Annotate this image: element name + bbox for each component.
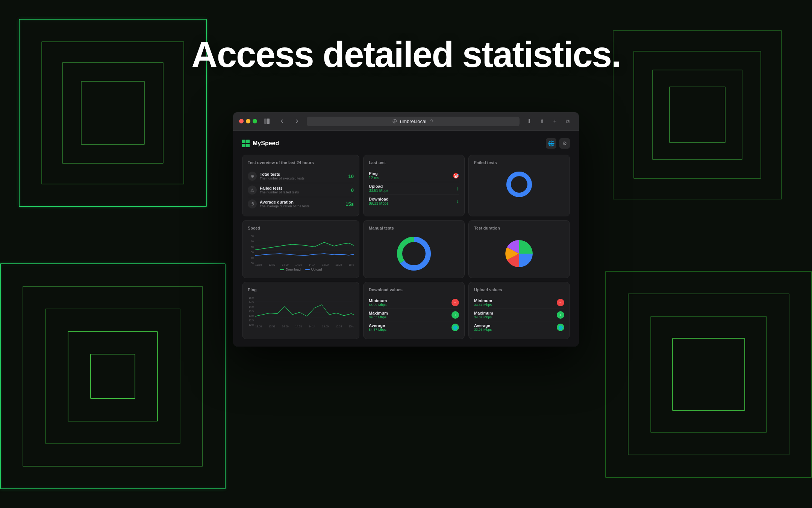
x-label: 15:c	[349, 263, 354, 266]
x-label: 14:00	[282, 325, 289, 328]
x-label: 15:00	[322, 263, 329, 266]
x-label: 15:00	[322, 325, 329, 328]
y-label: 70	[248, 240, 254, 243]
download-legend-dot	[280, 269, 284, 270]
x-label: 13:58	[255, 325, 262, 328]
globe-icon-button[interactable]: 🌐	[546, 138, 556, 149]
stat-desc: The number of failed tests	[260, 190, 299, 194]
upload-max-speed: 34.07 Mbps	[474, 315, 493, 319]
browser-chrome: umbrel.local ⬇ ⬆ ＋ ⧉	[233, 112, 579, 131]
new-tab-button[interactable]: ＋	[550, 116, 560, 126]
duration-pie-chart	[502, 237, 536, 271]
download-min-row: Minimum 65.09 Mbps −	[369, 297, 459, 309]
manual-tests-card: Manual tests	[363, 220, 465, 278]
overview-card-title: Test overview of the last 24 hours	[248, 160, 354, 165]
globe-icon: 🌐	[451, 324, 459, 331]
minus-icon: −	[451, 299, 459, 306]
download-avg-speed: 84.87 Mbps	[369, 328, 386, 332]
logo-dot	[246, 140, 250, 143]
download-button[interactable]: ⬇	[524, 116, 535, 126]
download-min-label: Minimum	[369, 298, 387, 303]
maze-square	[672, 338, 745, 411]
share-button[interactable]: ⬆	[537, 116, 547, 126]
y-label: 14.0	[248, 306, 254, 308]
ping-metric: Ping 12 ms 🎯	[369, 169, 459, 182]
speed-title: Speed	[248, 226, 354, 230]
stat-text: Total tests The number of executed tests	[260, 172, 304, 180]
logo-dot	[242, 144, 245, 147]
upload-values-card: Upload values Minimum 33.61 Mbps − Maxim…	[468, 282, 570, 339]
minimize-button[interactable]	[246, 119, 250, 123]
ping-label: Ping	[369, 171, 379, 176]
y-axis: 80 70 60 50 40 30	[248, 235, 254, 266]
manual-tests-donut	[369, 235, 459, 272]
upload-min-label: Minimum	[474, 298, 492, 303]
ping-chart-area: 13:58 13:59 14:00 14:05 14:14 15:00 15:2…	[255, 297, 354, 328]
y-label: 13.5	[248, 310, 254, 313]
url-display: umbrel.local	[400, 119, 426, 124]
maze-square	[90, 354, 135, 399]
x-axis-labels: 13:58 13:59 14:00 14:05 14:14 15:00 15:2…	[255, 263, 354, 266]
download-max-label: Maximum	[369, 311, 388, 315]
ping-y-axis: 15.0 14.5 14.0 13.5 13.0 12.5 12.0	[248, 297, 254, 328]
app-header: MySpeed 🌐 ⚙	[242, 138, 570, 149]
upload-max-row: Maximum 34.07 Mbps +	[474, 309, 564, 321]
dashboard-row-3: Ping 15.0 14.5 14.0 13.5 13.0 12.5 12.0	[242, 282, 570, 339]
stat-row-total: ⊕ Total tests The number of executed tes…	[248, 169, 354, 183]
ping-x-axis: 13:58 13:59 14:00 14:05 14:14 15:00 15:2…	[255, 325, 354, 328]
stat-row-failed: ⚠ Failed tests The number of failed test…	[248, 183, 354, 197]
x-label: 14:05	[295, 325, 302, 328]
download-values-title: Download values	[369, 287, 459, 292]
download-avg-label: Average	[369, 323, 386, 328]
ping-line-chart	[255, 297, 354, 323]
manual-donut-chart	[395, 235, 433, 272]
ping-value: 12 ms	[369, 176, 379, 180]
download-max-speed: 89.33 Mbps	[369, 315, 388, 319]
overview-card: Test overview of the last 24 hours ⊕ Tot…	[242, 155, 359, 216]
download-icon: ↓	[456, 198, 459, 204]
svg-rect-1	[267, 119, 270, 124]
download-right: ↓	[456, 198, 459, 204]
upload-max-label: Maximum	[474, 311, 493, 315]
y-label: 12.0	[248, 324, 254, 326]
stat-left: ⚠ Failed tests The number of failed test…	[248, 186, 299, 195]
y-label: 30	[248, 262, 254, 265]
total-tests-icon: ⊕	[248, 172, 257, 181]
maze-square	[669, 87, 726, 143]
minus-icon: −	[557, 299, 564, 306]
download-legend: Download	[280, 268, 301, 271]
download-values-card: Download values Minimum 65.09 Mbps − Max…	[363, 282, 465, 339]
app-logo: MySpeed	[242, 140, 279, 147]
back-button[interactable]	[277, 116, 287, 126]
tab-overview-button[interactable]: ⧉	[562, 116, 573, 126]
dashboard-row-1: Test overview of the last 24 hours ⊕ Tot…	[242, 155, 570, 216]
svg-rect-0	[264, 119, 266, 124]
close-button[interactable]	[239, 119, 244, 123]
sidebar-toggle-button[interactable]	[262, 116, 272, 126]
download-avg-row: Average 84.87 Mbps 🌐	[369, 321, 459, 333]
test-duration-card: Test duration	[468, 220, 570, 278]
y-label: 40	[248, 257, 254, 259]
app-content: MySpeed 🌐 ⚙ Test overview of the last 24…	[233, 131, 579, 347]
upload-legend-dot	[305, 269, 310, 270]
y-label: 60	[248, 246, 254, 248]
maximize-button[interactable]	[253, 119, 257, 123]
duration-icon: ⏱	[248, 199, 257, 208]
test-duration-pie	[474, 235, 564, 272]
upload-avg-speed: 33.95 Mbps	[474, 328, 492, 332]
stat-desc: The average duration of the tests	[260, 204, 309, 208]
forward-button[interactable]	[292, 116, 302, 126]
total-tests-value: 10	[348, 173, 354, 179]
test-duration-title: Test duration	[474, 226, 564, 230]
download-min-speed: 65.09 Mbps	[369, 303, 387, 307]
chart-area: 13:58 13:59 14:00 14:05 14:14 15:00 15:2…	[255, 235, 354, 266]
address-bar[interactable]: umbrel.local	[307, 117, 520, 126]
browser-actions: ⬇ ⬆ ＋ ⧉	[524, 116, 573, 126]
settings-button[interactable]: ⚙	[559, 138, 570, 149]
upload-values-title: Upload values	[474, 287, 564, 292]
upload-min-speed: 33.61 Mbps	[474, 303, 492, 307]
stat-desc: The number of executed tests	[260, 176, 304, 180]
ping-title: Ping	[248, 287, 354, 292]
x-label: 13:59	[269, 325, 276, 328]
upload-legend: Upload	[305, 268, 322, 271]
